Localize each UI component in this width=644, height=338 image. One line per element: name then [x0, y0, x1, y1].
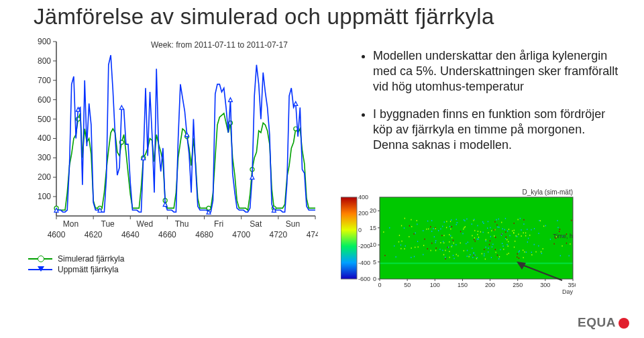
svg-rect-278 — [514, 223, 515, 224]
svg-rect-197 — [433, 228, 433, 229]
svg-rect-91 — [450, 221, 451, 222]
svg-rect-154 — [486, 240, 486, 241]
svg-rect-264 — [411, 257, 411, 258]
legend: Simulerad fjärrkyla Uppmätt fjärrkyla — [28, 253, 124, 275]
svg-text:Sat: Sat — [250, 219, 262, 229]
svg-rect-183 — [401, 241, 402, 242]
svg-rect-220 — [508, 253, 509, 254]
svg-rect-218 — [508, 229, 509, 230]
svg-rect-284 — [541, 253, 542, 254]
svg-rect-328 — [472, 223, 472, 225]
svg-rect-186 — [474, 253, 474, 254]
svg-rect-330 — [423, 230, 423, 231]
svg-rect-191 — [496, 225, 497, 226]
svg-text:150: 150 — [458, 282, 468, 288]
svg-rect-238 — [494, 221, 495, 223]
svg-rect-166 — [514, 247, 515, 248]
svg-rect-271 — [427, 221, 428, 222]
svg-rect-158 — [474, 230, 475, 231]
svg-rect-67 — [341, 197, 357, 279]
svg-point-44 — [76, 117, 80, 121]
svg-rect-123 — [477, 239, 478, 240]
svg-text:4600: 4600 — [48, 230, 66, 239]
svg-rect-106 — [517, 253, 518, 255]
svg-rect-270 — [396, 256, 396, 258]
svg-rect-275 — [451, 237, 452, 239]
svg-rect-179 — [460, 242, 461, 243]
svg-rect-104 — [398, 241, 399, 243]
svg-marker-58 — [119, 105, 123, 109]
equa-logo: EQUA — [578, 315, 629, 330]
svg-rect-310 — [411, 247, 412, 249]
svg-rect-184 — [439, 249, 440, 250]
svg-rect-309 — [508, 241, 508, 242]
svg-rect-92 — [414, 233, 415, 235]
svg-rect-331 — [465, 226, 466, 227]
svg-rect-297 — [443, 235, 444, 236]
svg-marker-60 — [163, 203, 167, 207]
svg-rect-232 — [426, 229, 427, 230]
svg-rect-143 — [514, 230, 515, 231]
svg-rect-153 — [442, 226, 443, 227]
svg-rect-315 — [527, 241, 528, 243]
svg-rect-324 — [498, 219, 499, 220]
svg-rect-292 — [451, 245, 452, 246]
svg-rect-193 — [550, 239, 551, 240]
svg-rect-229 — [523, 219, 524, 221]
svg-rect-308 — [488, 247, 488, 249]
svg-rect-299 — [450, 229, 451, 230]
svg-rect-182 — [543, 248, 543, 249]
svg-rect-279 — [513, 233, 514, 234]
svg-rect-262 — [566, 243, 567, 244]
line-chart: 100200300400500600700800900MonTueWedThuF… — [30, 38, 318, 249]
svg-rect-125 — [458, 256, 458, 257]
svg-rect-323 — [456, 219, 457, 220]
svg-rect-100 — [472, 235, 472, 237]
svg-rect-177 — [524, 251, 525, 253]
svg-rect-245 — [415, 233, 416, 234]
svg-rect-189 — [463, 229, 464, 230]
svg-rect-200 — [464, 219, 464, 221]
svg-text:-200: -200 — [358, 243, 370, 249]
svg-rect-88 — [449, 241, 449, 243]
svg-rect-222 — [478, 231, 478, 232]
svg-rect-144 — [501, 222, 502, 223]
svg-rect-288 — [495, 237, 496, 238]
svg-rect-187 — [441, 235, 442, 236]
svg-rect-263 — [571, 220, 572, 221]
svg-rect-112 — [535, 251, 536, 253]
svg-rect-99 — [523, 249, 523, 251]
svg-rect-151 — [518, 219, 519, 221]
svg-rect-313 — [428, 229, 429, 230]
svg-rect-115 — [424, 239, 425, 240]
svg-rect-306 — [417, 220, 417, 221]
svg-marker-63 — [228, 98, 232, 102]
svg-text:250: 250 — [513, 282, 523, 288]
svg-rect-224 — [482, 221, 483, 223]
svg-rect-273 — [474, 219, 474, 220]
svg-rect-304 — [456, 254, 457, 256]
svg-text:600: 600 — [38, 95, 51, 105]
svg-text:4660: 4660 — [158, 230, 176, 239]
svg-rect-146 — [557, 220, 557, 221]
svg-rect-168 — [485, 258, 486, 260]
svg-rect-160 — [539, 220, 539, 221]
svg-rect-226 — [487, 227, 488, 229]
svg-rect-235 — [400, 245, 401, 246]
svg-rect-300 — [474, 255, 474, 256]
svg-rect-156 — [415, 247, 415, 248]
svg-rect-209 — [534, 244, 535, 245]
svg-rect-101 — [489, 244, 490, 245]
svg-text:4620: 4620 — [85, 230, 103, 239]
svg-rect-214 — [435, 228, 436, 229]
svg-rect-318 — [484, 256, 484, 257]
svg-rect-78 — [525, 235, 526, 237]
svg-rect-216 — [456, 224, 457, 225]
svg-rect-192 — [460, 231, 461, 232]
svg-text:400: 400 — [358, 194, 368, 201]
svg-rect-173 — [521, 235, 522, 237]
svg-rect-108 — [466, 219, 467, 220]
svg-rect-212 — [520, 218, 521, 219]
svg-rect-256 — [486, 247, 486, 248]
svg-rect-181 — [501, 233, 502, 235]
